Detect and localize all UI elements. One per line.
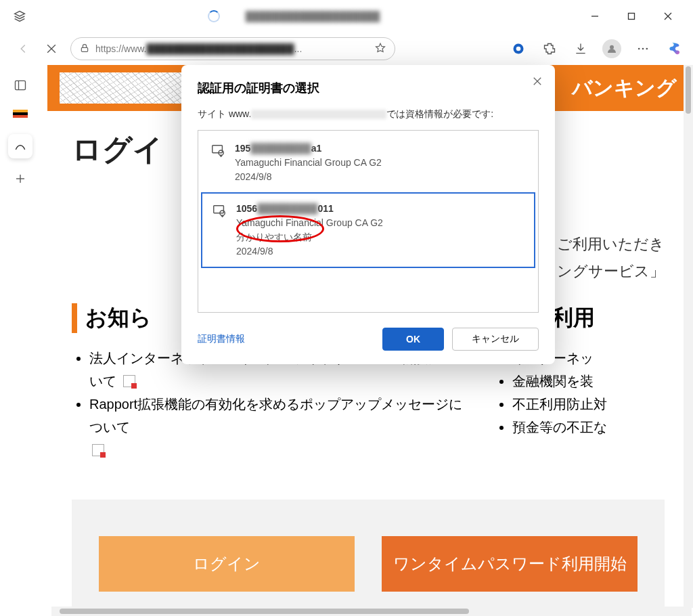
list-item[interactable]: 金融機関を装 [512,370,665,393]
pdf-icon [123,375,135,387]
certificate-item[interactable]: 195█████████a1 Yamaguchi Financial Group… [201,133,535,192]
maximize-button[interactable] [620,5,643,28]
dialog-subtitle: サイト www.では資格情報が必要です: [198,108,539,120]
window-titlebar: ████████████████████ [0,0,693,32]
url-text: https://www.██████████████████████... [95,43,302,54]
copilot-icon[interactable] [665,39,685,59]
more-button[interactable] [633,39,652,58]
close-button[interactable] [656,5,679,28]
svg-point-10 [638,48,640,50]
window-title: ████████████████████ [223,11,403,22]
list-item[interactable]: 預金等の不正な [512,416,665,439]
svg-rect-1 [629,14,635,20]
back-button[interactable] [14,39,32,58]
sidebar-collections-icon[interactable] [12,77,28,93]
svg-rect-19 [213,146,223,153]
cancel-button[interactable]: キャンセル [452,328,539,351]
profile-avatar[interactable] [602,39,621,58]
workspace-icon [12,9,27,24]
extensions-icon[interactable] [540,39,559,58]
login-button[interactable]: ログイン [99,536,355,592]
lock-icon [79,43,90,56]
vertical-scrollbar[interactable] [684,65,693,608]
new-tab-button[interactable] [12,171,28,187]
certificate-dialog: 認証用の証明書の選択 サイト www.では資格情報が必要です: 195█████… [181,65,555,364]
password-manager-icon[interactable] [509,39,528,58]
dialog-close-button[interactable] [529,73,545,89]
svg-point-9 [610,45,614,49]
downloads-icon[interactable] [571,39,590,58]
certificate-icon [212,203,227,218]
certificate-item-selected[interactable]: 1056█████████011 Yamaguchi Financial Gro… [201,192,535,268]
certificate-friendly-name: 分かりやすい名前 [236,230,383,244]
favorite-icon[interactable] [374,42,386,56]
sidebar-item-1[interactable] [12,106,28,122]
certificate-list: 195█████████a1 Yamaguchi Financial Group… [198,130,539,313]
svg-point-11 [642,48,644,50]
svg-rect-21 [214,206,224,213]
svg-rect-13 [16,81,26,89]
browser-toolbar: https://www.██████████████████████... [0,32,693,65]
svg-point-8 [516,47,521,51]
ok-button[interactable]: OK [382,328,444,351]
svg-point-12 [646,48,648,50]
vertical-tab-strip [0,65,41,607]
site-logo [60,72,181,104]
minimize-button[interactable] [583,5,606,28]
certificate-icon [210,143,225,158]
otp-start-button[interactable]: ワンタイムパスワード利用開始 [382,536,638,592]
loading-spinner-icon [208,10,220,22]
banner-text: バンキング [572,74,677,102]
certificate-info-link[interactable]: 証明書情報 [198,333,245,345]
address-bar[interactable]: https://www.██████████████████████... [70,37,395,60]
dialog-title: 認証用の証明書の選択 [198,80,539,96]
news-item[interactable]: Rapport拡張機能の有効化を求めるポップアップメッセージについて [89,393,468,462]
sidebar-active-tab[interactable] [8,134,32,158]
horizontal-scrollbar[interactable] [51,607,692,616]
svg-rect-6 [81,47,87,51]
pdf-icon [92,444,104,456]
list-item[interactable]: 不正利用防止対 [512,393,665,416]
stop-button[interactable] [42,39,61,58]
